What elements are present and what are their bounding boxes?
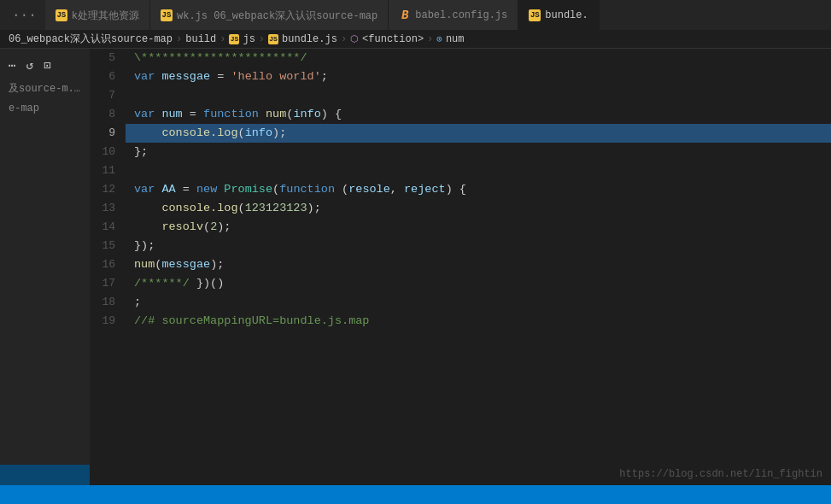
param-token: info bbox=[293, 108, 320, 120]
js-file-icon: JS bbox=[268, 34, 278, 44]
fn-icon: ⬡ bbox=[350, 33, 359, 44]
line-number: 17 bbox=[90, 274, 126, 293]
editor[interactable]: 5 \***********************/ 6 var messga… bbox=[90, 49, 831, 485]
breadcrumb-js[interactable]: JS js bbox=[229, 33, 255, 45]
breadcrumb-bundlejs[interactable]: JS bundle.js bbox=[268, 33, 337, 45]
js-icon: JS bbox=[161, 9, 173, 21]
string-token: 'hello world' bbox=[231, 70, 320, 83]
line-number: 19 bbox=[90, 312, 126, 331]
tab-label: bundle. bbox=[545, 9, 588, 21]
code-line-7: 7 bbox=[90, 86, 831, 105]
breadcrumb-num-label: num bbox=[446, 33, 465, 45]
js-icon: JS bbox=[56, 9, 67, 21]
tab-label: babel.config.js bbox=[415, 9, 507, 21]
numlit-token: 2 bbox=[210, 220, 217, 233]
code-line-10: 10 }; bbox=[90, 143, 831, 161]
line-content bbox=[126, 86, 831, 105]
code-line-14: 14 resolv(2); bbox=[90, 218, 831, 237]
line-content: }; bbox=[126, 143, 831, 161]
sidebar-toolbar: ⋯ ↺ ⊡ bbox=[0, 53, 90, 78]
code-line-5: 5 \***********************/ bbox=[90, 49, 831, 67]
line-number: 5 bbox=[90, 49, 126, 67]
code-line-6: 6 var messgae = 'hello world'; bbox=[90, 67, 831, 86]
tab-babel-config[interactable]: B babel.config.js bbox=[389, 0, 518, 30]
numlit-token: 123123123 bbox=[245, 202, 307, 214]
line-content: var messgae = 'hello world'; bbox=[126, 67, 831, 86]
param-token: info bbox=[245, 126, 272, 139]
tab-label: wk.js 06_webpack深入认识source-map bbox=[177, 9, 377, 23]
code-line-17: 17 /******/ })() bbox=[90, 274, 831, 293]
comment-token: /******/ bbox=[134, 277, 190, 290]
tab-other-resources[interactable]: JS k处理其他资源 bbox=[45, 0, 150, 30]
code-line-11: 11 bbox=[90, 161, 831, 180]
line-content: }); bbox=[126, 237, 831, 255]
breadcrumb-function[interactable]: ⬡ <function> bbox=[350, 33, 424, 45]
ident-token: AA bbox=[161, 183, 175, 196]
ref-icon: ⊙ bbox=[436, 33, 442, 44]
breadcrumb-sep-2: › bbox=[219, 33, 225, 45]
method-token: console.log bbox=[161, 126, 237, 139]
line-number: 11 bbox=[90, 161, 126, 180]
line-content: console.log(123123123); bbox=[126, 199, 831, 218]
sidebar-back-button[interactable]: ⋯ bbox=[5, 56, 19, 74]
line-number: 15 bbox=[90, 237, 126, 255]
param-token: resole bbox=[348, 183, 390, 196]
breadcrumb-project-label: 06_webpack深入认识source-map bbox=[9, 32, 173, 46]
sidebar-refresh-button[interactable]: ↺ bbox=[22, 56, 36, 74]
fn-token: num bbox=[266, 108, 286, 120]
code-line-16: 16 num(messgae); bbox=[90, 255, 831, 274]
param-token: reject bbox=[404, 183, 446, 196]
code-line-13: 13 console.log(123123123); bbox=[90, 199, 831, 218]
fn-token: num bbox=[134, 258, 155, 271]
sidebar-item-emap[interactable]: e-map bbox=[0, 99, 90, 118]
tab-bundle-js[interactable]: JS bundle. bbox=[518, 0, 599, 30]
keyword-token: new bbox=[196, 183, 217, 196]
tab-label: k处理其他资源 bbox=[72, 9, 139, 23]
breadcrumb-sep-3: › bbox=[259, 33, 265, 45]
keyword-token: var bbox=[134, 108, 155, 120]
status-bar bbox=[0, 485, 831, 504]
tab-wk-js[interactable]: JS wk.js 06_webpack深入认识source-map bbox=[150, 0, 389, 30]
line-content: /******/ })() bbox=[126, 274, 831, 293]
line-content: var num = function num(info) { bbox=[126, 105, 831, 124]
line-number: 8 bbox=[90, 105, 126, 124]
ident-token: messgae bbox=[161, 258, 210, 271]
line-content: var AA = new Promise(function (resole, r… bbox=[126, 180, 831, 199]
sidebar-item-source-map[interactable]: 及source-m... bbox=[0, 78, 90, 99]
sidebar: ⋯ ↺ ⊡ 及source-m... e-map bbox=[0, 49, 90, 485]
breadcrumb-project[interactable]: 06_webpack深入认识source-map bbox=[9, 32, 173, 46]
method-token: console.log bbox=[161, 202, 237, 214]
code-line-9: 9 console.log(info); bbox=[90, 124, 831, 143]
code-line-19: 19 //# sourceMappingURL=bundle.js.map bbox=[90, 312, 831, 331]
line-content: resolv(2); bbox=[126, 218, 831, 237]
sidebar-item-label: e-map bbox=[9, 103, 39, 114]
tab-bar: ··· JS k处理其他资源 JS wk.js 06_webpack深入认识so… bbox=[0, 0, 831, 30]
code-line-18: 18 ; bbox=[90, 293, 831, 312]
ident-token: messgae bbox=[161, 70, 210, 83]
sidebar-active-bar bbox=[0, 465, 90, 485]
line-number: 16 bbox=[90, 255, 126, 274]
breadcrumb: 06_webpack深入认识source-map › build › JS js… bbox=[0, 30, 831, 49]
breadcrumb-sep-5: › bbox=[427, 33, 433, 45]
breadcrumb-bundlejs-label: bundle.js bbox=[282, 33, 337, 45]
keyword-token: var bbox=[134, 70, 155, 83]
line-number: 9 bbox=[90, 124, 126, 143]
breadcrumb-build[interactable]: build bbox=[185, 33, 216, 45]
keyword-token: function bbox=[279, 183, 335, 196]
tab-more-button[interactable]: ··· bbox=[3, 0, 45, 30]
code-line-8: 8 var num = function num(info) { bbox=[90, 105, 831, 124]
sidebar-split-button[interactable]: ⊡ bbox=[40, 56, 54, 74]
line-content bbox=[126, 161, 831, 180]
comment-token: \***********************/ bbox=[134, 51, 307, 64]
breadcrumb-build-label: build bbox=[185, 33, 216, 45]
line-content: \***********************/ bbox=[126, 49, 831, 67]
line-content: console.log(info); bbox=[126, 124, 831, 143]
line-number: 14 bbox=[90, 218, 126, 237]
babel-icon: B bbox=[399, 9, 411, 21]
breadcrumb-sep-4: › bbox=[341, 33, 347, 45]
breadcrumb-num[interactable]: ⊙ num bbox=[436, 33, 464, 45]
line-number: 7 bbox=[90, 86, 126, 105]
sidebar-item-label: 及source-m... bbox=[9, 83, 86, 95]
main-area: ⋯ ↺ ⊡ 及source-m... e-map 5 \************… bbox=[0, 49, 831, 485]
ident-token: num bbox=[161, 108, 182, 120]
